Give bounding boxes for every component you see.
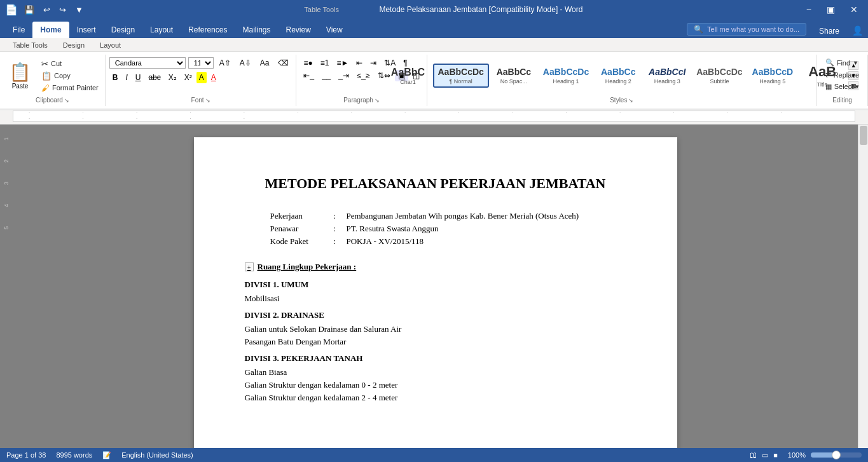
align-left-button[interactable]: ⇤⎯ xyxy=(300,70,317,81)
format-painter-label: Format Painter xyxy=(52,84,99,92)
styles-group: AaBbC Char1 AaBbCcDc ¶ Normal AaBbCc No … xyxy=(427,55,817,106)
save-button[interactable]: 💾 xyxy=(22,4,37,16)
info-key-kode: Kode Paket xyxy=(270,236,334,247)
increase-indent-button[interactable]: ⇥ xyxy=(367,57,380,69)
ribbon-tab-bar: File Home Insert Design Layout Reference… xyxy=(0,19,868,38)
page-marker-4: 4 xyxy=(3,204,10,207)
align-center-button[interactable]: ⎯⎯ xyxy=(319,70,334,81)
numbered-list-button[interactable]: ≡1 xyxy=(317,57,333,69)
cut-icon: ✂ xyxy=(41,59,48,69)
font-expand-icon[interactable]: ↘ xyxy=(205,97,210,104)
strikethrough-button[interactable]: abc xyxy=(145,72,163,83)
style-heading5[interactable]: AaBbCcD Heading 5 xyxy=(748,64,798,87)
section-expand-icon[interactable]: + xyxy=(245,262,254,271)
font-size-select[interactable]: 11 xyxy=(188,57,214,69)
close-button[interactable]: ✕ xyxy=(845,3,863,16)
share-button[interactable]: Share xyxy=(811,24,847,38)
tab-insert[interactable]: Insert xyxy=(69,22,104,38)
style-char1[interactable]: AaBbC Char1 xyxy=(384,64,432,88)
customize-button[interactable]: ▼ xyxy=(72,4,86,16)
style-no-spacing[interactable]: AaBbCc No Spac... xyxy=(490,64,538,87)
font-name-select[interactable]: Candara xyxy=(109,57,186,69)
section-heading-text: Ruang Lingkup Pekerjaan : xyxy=(258,262,357,272)
multilevel-list-button[interactable]: ≡► xyxy=(333,57,352,69)
tab-review[interactable]: Review xyxy=(278,22,318,38)
style-subtitle[interactable]: AaBbCcDc Subtitle xyxy=(692,64,747,87)
select-button[interactable]: ▦ Select ▾ xyxy=(822,81,864,92)
style-subtitle-label: Subtitle xyxy=(710,78,729,85)
clear-format-button[interactable]: ⌫ xyxy=(275,57,292,69)
style-heading1[interactable]: AaBbCcDc Heading 1 xyxy=(539,64,593,87)
tab-mailings[interactable]: Mailings xyxy=(235,22,278,38)
info-sep-kode: : xyxy=(334,236,347,247)
style-normal[interactable]: AaBbCcDc ¶ Normal xyxy=(433,64,489,88)
decrease-indent-button[interactable]: ⇤ xyxy=(353,57,366,69)
document-scroll-area[interactable]: METODE PELAKSANAAN PEKERJAAN JEMBATAN Pe… xyxy=(13,125,858,449)
tab-layout[interactable]: Layout xyxy=(142,22,181,38)
table-tools-design-tab[interactable]: Design xyxy=(55,40,92,50)
item-pasangan-batu: Pasangan Batu Dengan Mortar xyxy=(245,337,626,347)
table-tools-label: Table Tools xyxy=(5,40,55,50)
underline-button[interactable]: U xyxy=(132,72,144,83)
vertical-scrollbar[interactable] xyxy=(858,125,868,449)
tab-design[interactable]: Design xyxy=(104,22,142,38)
info-row-penawar: Penawar : PT. Resutra Swasta Anggun xyxy=(270,224,626,234)
document-info-table: Pekerjaan : Pembangunan Jembatan Wih pon… xyxy=(270,211,626,247)
align-right-button[interactable]: ⎯⇥ xyxy=(335,70,352,81)
paragraph-group-label: Paragraph ↘ xyxy=(341,95,382,105)
text-highlight-button[interactable]: A xyxy=(196,72,207,83)
info-val-kode: POKJA - XV/2015/118 xyxy=(347,236,626,247)
tab-file[interactable]: File xyxy=(5,22,32,38)
change-case-button[interactable]: Aa xyxy=(257,57,273,69)
bold-button[interactable]: B xyxy=(109,72,121,83)
styles-expand-icon[interactable]: ↘ xyxy=(628,97,633,104)
undo-button[interactable]: ↩ xyxy=(41,4,53,16)
tab-references[interactable]: References xyxy=(181,22,235,38)
editing-group: 🔍 Find ▼ ⇄ Replace ▦ Select ▾ Editing xyxy=(817,55,868,106)
increase-font-button[interactable]: A⇧ xyxy=(216,57,234,69)
ruler-area: · · · · · · · · · · · · · · · · · · · · xyxy=(0,111,868,125)
ruler-marks: · · · · · · · · · · · · · · · · · · · · xyxy=(13,111,855,121)
account-button[interactable]: 👤 xyxy=(847,23,868,38)
style-heading3-label: Heading 3 xyxy=(654,78,680,85)
replace-button[interactable]: ⇄ Replace xyxy=(822,69,864,80)
bullet-list-button[interactable]: ≡● xyxy=(300,57,315,69)
redo-button[interactable]: ↪ xyxy=(57,4,69,16)
decrease-font-button[interactable]: A⇩ xyxy=(237,57,254,69)
tab-view[interactable]: View xyxy=(319,22,350,38)
item-galian-biasa: Galian Biasa xyxy=(245,367,626,377)
style-heading3-preview: AaBbCcI xyxy=(649,67,685,78)
justify-button[interactable]: ≤⎯≥ xyxy=(354,70,373,81)
cut-button[interactable]: ✂ Cut xyxy=(39,58,101,69)
italic-button[interactable]: I xyxy=(122,72,130,83)
paragraph-expand-icon[interactable]: ↘ xyxy=(375,97,380,104)
search-bar[interactable]: 🔍 Tell me what you want to do... xyxy=(687,23,806,36)
superscript-button[interactable]: X² xyxy=(181,72,195,83)
table-tools-layout-tab[interactable]: Layout xyxy=(92,40,128,50)
style-heading2[interactable]: AaBbCc Heading 2 xyxy=(594,64,642,87)
format-painter-icon: 🖌 xyxy=(41,83,50,93)
find-arrow: ▼ xyxy=(853,60,858,66)
clipboard-expand-icon[interactable]: ↘ xyxy=(64,97,69,104)
word-icon: 📄 xyxy=(5,4,18,16)
scrollbar-thumb[interactable] xyxy=(860,126,867,145)
subscript-button[interactable]: X₂ xyxy=(165,72,180,83)
paste-icon: 📋 xyxy=(9,62,31,83)
info-val-penawar: PT. Resutra Swasta Anggun xyxy=(347,224,626,234)
format-painter-button[interactable]: 🖌 Format Painter xyxy=(39,83,101,93)
style-heading3[interactable]: AaBbCcI Heading 3 xyxy=(643,64,691,87)
restore-button[interactable]: ▣ xyxy=(822,3,840,16)
style-char1-preview: AaBbC xyxy=(391,66,425,78)
info-row-pekerjaan: Pekerjaan : Pembangunan Jembatan Wih pon… xyxy=(270,211,626,221)
style-normal-label: ¶ Normal xyxy=(450,78,472,85)
style-heading1-preview: AaBbCcDc xyxy=(543,67,589,78)
divisi-2: DIVISI 2. DRAINASE xyxy=(245,310,626,320)
find-button[interactable]: 🔍 Find ▼ xyxy=(822,57,864,68)
paste-button[interactable]: 📋 Paste xyxy=(4,59,36,92)
font-color-button[interactable]: A xyxy=(208,72,219,83)
page-marker-2: 2 xyxy=(3,160,10,163)
minimize-button[interactable]: − xyxy=(801,3,816,16)
tab-home[interactable]: Home xyxy=(32,22,69,38)
copy-button[interactable]: 📋 Copy xyxy=(39,71,101,81)
table-tools-bar: Table Tools Design Layout xyxy=(0,38,868,52)
